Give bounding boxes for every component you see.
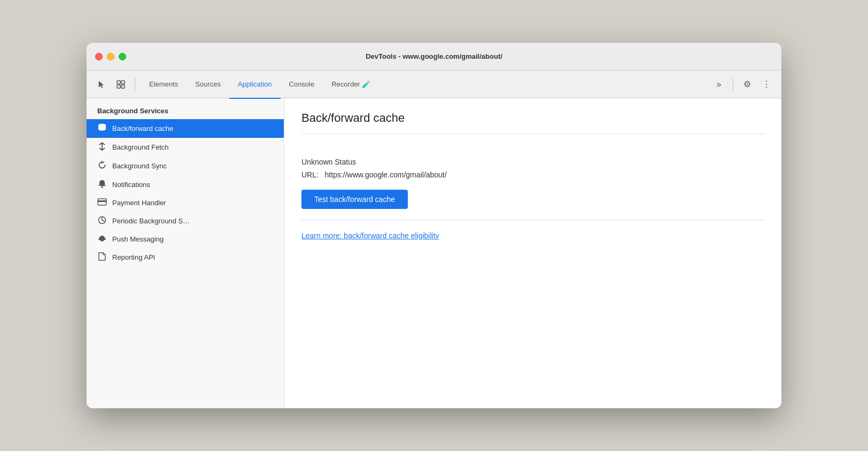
sidebar: Background Services Back/forward cache xyxy=(87,98,284,408)
status-text: Unknown Status xyxy=(301,158,764,166)
sidebar-item-label-bgfetch: Background Fetch xyxy=(112,143,169,151)
tab-application[interactable]: Application xyxy=(229,71,281,99)
window-title: DevTools - www.google.com/gmail/about/ xyxy=(366,52,502,60)
close-button[interactable] xyxy=(95,53,103,60)
bgsync-icon xyxy=(97,161,107,171)
toolbar-right-divider xyxy=(733,78,733,91)
test-cache-button[interactable]: Test back/forward cache xyxy=(301,190,408,209)
svg-rect-1 xyxy=(121,81,125,84)
sidebar-item-bgsync[interactable]: Background Sync xyxy=(87,157,284,175)
url-row: URL: https://www.google.com/gmail/about/ xyxy=(301,170,764,179)
sidebar-item-label-bfc: Back/forward cache xyxy=(112,125,173,133)
traffic-lights xyxy=(95,53,126,60)
sidebar-item-label-payment: Payment Handler xyxy=(112,199,166,207)
tab-recorder[interactable]: Recorder 🧪 xyxy=(323,71,379,99)
more-tabs-icon[interactable]: » xyxy=(710,76,727,93)
sidebar-item-label-push: Push Messaging xyxy=(112,235,164,243)
svg-rect-12 xyxy=(98,200,106,202)
svg-point-8 xyxy=(98,128,106,131)
sidebar-item-bfc[interactable]: Back/forward cache xyxy=(87,119,284,138)
svg-rect-0 xyxy=(117,81,120,84)
main-layout: Background Services Back/forward cache xyxy=(87,98,781,408)
learn-more-section: Learn more: back/forward cache eligibili… xyxy=(301,220,764,251)
learn-more-link[interactable]: Learn more: back/forward cache eligibili… xyxy=(301,231,439,240)
devtools-window: DevTools - www.google.com/gmail/about/ E… xyxy=(87,43,781,408)
sidebar-item-push[interactable]: Push Messaging xyxy=(87,230,284,248)
sidebar-section-header: Background Services xyxy=(87,98,284,119)
push-icon xyxy=(97,235,107,244)
toolbar-divider xyxy=(135,78,135,91)
sidebar-item-notifications[interactable]: Notifications xyxy=(87,175,284,194)
reporting-icon xyxy=(97,252,107,262)
url-value: https://www.google.com/gmail/about/ xyxy=(325,170,447,179)
tab-elements[interactable]: Elements xyxy=(141,71,187,99)
sidebar-item-label-periodicbg: Periodic Background S… xyxy=(112,217,190,225)
svg-rect-2 xyxy=(117,85,120,88)
minimize-button[interactable] xyxy=(107,53,114,60)
sidebar-item-bgfetch[interactable]: Background Fetch xyxy=(87,138,284,157)
maximize-button[interactable] xyxy=(119,53,126,60)
payment-icon xyxy=(97,198,107,207)
tab-sources[interactable]: Sources xyxy=(187,71,229,99)
settings-icon[interactable]: ⚙ xyxy=(739,76,756,93)
sidebar-item-reporting[interactable]: Reporting API xyxy=(87,248,284,267)
bgfetch-icon xyxy=(97,142,107,152)
status-section: Unknown Status URL: https://www.google.c… xyxy=(301,147,764,220)
svg-rect-3 xyxy=(121,85,125,88)
tab-console[interactable]: Console xyxy=(281,71,323,99)
notifications-icon xyxy=(97,180,107,190)
svg-line-15 xyxy=(102,220,104,221)
sidebar-item-label-reporting: Reporting API xyxy=(112,253,155,261)
titlebar: DevTools - www.google.com/gmail/about/ xyxy=(87,43,781,71)
sidebar-item-periodicbg[interactable]: Periodic Background S… xyxy=(87,212,284,230)
inspect-icon[interactable] xyxy=(112,76,129,93)
more-options-icon[interactable]: ⋮ xyxy=(758,76,775,93)
svg-point-10 xyxy=(101,186,103,188)
periodicbg-icon xyxy=(97,216,107,226)
sidebar-item-label-notifications: Notifications xyxy=(112,181,150,189)
url-prefix: URL: xyxy=(301,170,319,179)
toolbar: Elements Sources Application Console Rec… xyxy=(87,71,781,98)
toolbar-right: » ⚙ ⋮ xyxy=(710,76,775,93)
svg-point-16 xyxy=(100,239,104,242)
content-panel: Back/forward cache Unknown Status URL: h… xyxy=(284,98,781,408)
content-title: Back/forward cache xyxy=(301,111,764,134)
bfc-icon xyxy=(97,123,107,134)
sidebar-item-label-bgsync: Background Sync xyxy=(112,162,167,170)
toolbar-tabs: Elements Sources Application Console Rec… xyxy=(141,71,708,98)
cursor-icon[interactable] xyxy=(93,76,110,93)
sidebar-item-payment[interactable]: Payment Handler xyxy=(87,194,284,212)
